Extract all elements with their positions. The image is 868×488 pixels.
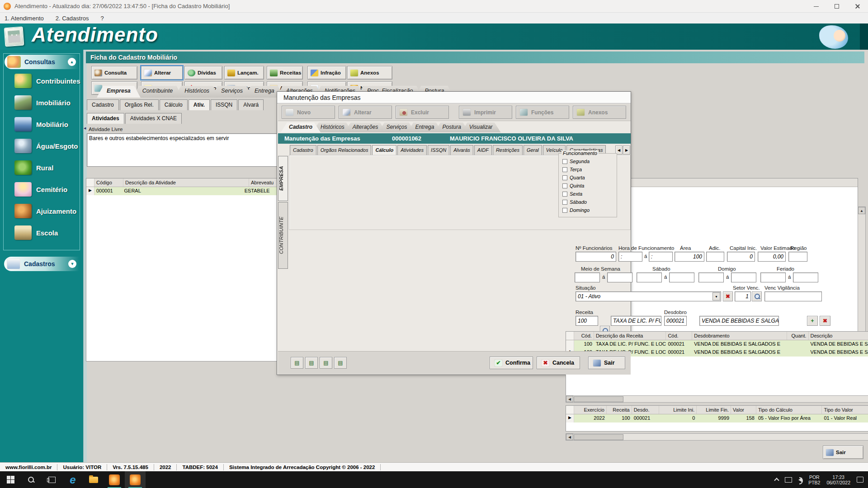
dialog-sair-button[interactable]: Sair bbox=[588, 357, 625, 369]
record-nav-button-4[interactable]: ▤ bbox=[334, 357, 347, 369]
close-button[interactable] bbox=[847, 0, 868, 13]
cancela-button[interactable]: ✖ Cancela bbox=[537, 357, 580, 369]
area-field[interactable]: 100 bbox=[675, 252, 704, 262]
app-taskbar-button-2[interactable] bbox=[125, 471, 146, 488]
menu-item[interactable]: 2. Cadastros bbox=[56, 15, 89, 22]
hora-fim-field[interactable]: : bbox=[649, 252, 673, 262]
col-quant[interactable]: Quant. bbox=[787, 332, 809, 340]
scroll-left-icon[interactable]: ◀ bbox=[566, 434, 573, 440]
main-tab[interactable]: Contribuinte bbox=[132, 86, 183, 98]
col-limite-fin[interactable]: Limite Fin. bbox=[697, 406, 731, 414]
feriado-inicio-field[interactable] bbox=[760, 272, 786, 282]
desdobro-field[interactable]: 000021 bbox=[664, 316, 687, 326]
domingo-fim-field[interactable] bbox=[731, 272, 756, 282]
receitas-grid-row[interactable]: 100 TAXA DE LIC. P/ FUNC. E LOC 000021 V… bbox=[566, 340, 868, 348]
col-limite-ini[interactable]: Limite Ini. bbox=[659, 406, 697, 414]
taskbar-search-button[interactable] bbox=[21, 471, 42, 488]
volume-icon[interactable] bbox=[798, 478, 802, 482]
activity-tab[interactable]: Atividades X CNAE bbox=[125, 113, 182, 124]
sub-tab[interactable]: Ativ. bbox=[189, 99, 210, 110]
col-desdo[interactable]: Desdo. bbox=[632, 406, 659, 414]
hora-inicio-field[interactable]: : bbox=[618, 252, 642, 262]
day-checkbox[interactable] bbox=[562, 175, 567, 180]
sidebar-item[interactable]: Imobiliário bbox=[4, 92, 80, 113]
inner-tab[interactable]: Geral bbox=[524, 145, 542, 155]
valor-estimado-field[interactable]: 0,00 bbox=[758, 252, 786, 262]
toolbar-button[interactable]: Anexos bbox=[347, 66, 392, 80]
col-valor[interactable]: Valor bbox=[731, 406, 756, 414]
sidebar-item[interactable]: Rural bbox=[4, 157, 80, 178]
dialog-tab[interactable]: Cadastro bbox=[281, 122, 321, 132]
col-descricao-atividade[interactable]: Descrição da Atividade bbox=[123, 178, 249, 187]
setor-venc-search-button[interactable] bbox=[752, 291, 762, 301]
dialog-toolbar-button[interactable]: Anexos bbox=[573, 106, 626, 119]
adic-field[interactable] bbox=[706, 252, 724, 262]
sidebar-item[interactable]: Cemitério bbox=[4, 178, 80, 200]
inner-tab[interactable]: Restrições bbox=[493, 145, 523, 155]
confirma-button[interactable]: ✔ Confirma bbox=[490, 357, 533, 369]
capital-field[interactable]: 0 bbox=[727, 252, 755, 262]
inner-tab[interactable]: Cadastro bbox=[290, 145, 316, 155]
col-exercicio[interactable]: Exercício bbox=[574, 406, 607, 414]
col-cod[interactable]: Cód. bbox=[574, 332, 594, 340]
venc-vigilancia-field[interactable] bbox=[764, 291, 822, 301]
minimize-button[interactable] bbox=[806, 0, 826, 13]
situacao-combobox[interactable]: 01 - Ativo ▾ bbox=[576, 291, 721, 301]
task-view-button[interactable] bbox=[42, 471, 62, 488]
toolbar-button[interactable]: Infração bbox=[307, 66, 346, 80]
file-explorer-button[interactable] bbox=[83, 471, 104, 488]
inner-tab[interactable]: Alvarás bbox=[450, 145, 473, 155]
record-nav-button-3[interactable]: ▤ bbox=[320, 357, 332, 369]
sidebar-item[interactable]: Mobiliário bbox=[4, 113, 80, 135]
atividades-table-row[interactable]: ▶ 000001 GERAL ESTABELE bbox=[86, 187, 282, 195]
menu-item[interactable]: ? bbox=[100, 15, 104, 22]
dialog-toolbar-button[interactable]: Excluir bbox=[396, 106, 449, 119]
meio-semana-inicio-field[interactable] bbox=[575, 272, 600, 282]
sabado-inicio-field[interactable] bbox=[637, 272, 662, 282]
col-desdobramento[interactable]: Desdobramento bbox=[692, 332, 787, 340]
scrollbar-thumb[interactable] bbox=[574, 396, 623, 402]
action-center-icon[interactable] bbox=[857, 477, 863, 483]
regiao-field[interactable] bbox=[788, 252, 807, 262]
edge-button[interactable]: e bbox=[62, 471, 83, 488]
sabado-fim-field[interactable] bbox=[669, 272, 694, 282]
situacao-clear-button[interactable]: ✖ bbox=[723, 291, 733, 301]
side-tab-contribuinte[interactable]: CONTRIBUINTE bbox=[278, 202, 288, 269]
receita-delete-button[interactable]: ✖ bbox=[820, 316, 830, 326]
chevron-down-icon[interactable]: ▼ bbox=[68, 260, 76, 268]
col-cod2[interactable]: Cód. bbox=[666, 332, 692, 340]
setor-venc-field[interactable]: 1 bbox=[735, 291, 751, 301]
scroll-left-icon[interactable]: ◀ bbox=[566, 396, 573, 402]
combo-dropdown-icon[interactable]: ▾ bbox=[712, 292, 720, 300]
scrollbar-thumb[interactable] bbox=[574, 434, 623, 440]
feriado-fim-field[interactable] bbox=[793, 272, 818, 282]
desdobro-descricao-field[interactable]: VENDA DE BEBIDAS E SALGADOS EM GER bbox=[699, 316, 779, 326]
sidebar-item[interactable]: Escola bbox=[4, 222, 80, 244]
col-codigo[interactable]: Código bbox=[94, 178, 123, 187]
inner-tabs-scroll-right[interactable]: ▶ bbox=[623, 145, 630, 155]
inner-tab[interactable]: AIDF bbox=[474, 145, 492, 155]
chevron-up-icon[interactable]: ▲ bbox=[68, 58, 76, 66]
menu-item[interactable]: 1. Atendimento bbox=[5, 15, 44, 22]
scroll-up-icon[interactable]: ▲ bbox=[858, 207, 865, 214]
receita-codigo-field[interactable]: 100 bbox=[576, 316, 598, 326]
dialog-toolbar-button[interactable]: Novo bbox=[282, 106, 335, 119]
language-indicator[interactable]: POR PTB2 bbox=[808, 474, 820, 485]
main-tab[interactable]: Empresa bbox=[97, 86, 141, 98]
activity-tab[interactable]: Atividades bbox=[87, 113, 124, 124]
sub-tab[interactable]: ISSQN bbox=[211, 99, 237, 110]
toolbar-button[interactable]: Dívidas bbox=[184, 66, 222, 80]
funcionarios-field[interactable]: 0 bbox=[576, 252, 616, 262]
toolbar-button[interactable]: Receitas bbox=[267, 66, 303, 80]
sub-tab[interactable]: Cálculo bbox=[160, 99, 188, 110]
valores-grid-row[interactable]: ▶ 2022 100 000021 0 9999 158 05 - Valor … bbox=[566, 414, 868, 422]
inner-tab[interactable]: Cálculo bbox=[372, 145, 396, 155]
dialog-toolbar-button[interactable]: Imprimir bbox=[459, 106, 512, 119]
sidebar-item[interactable]: Ajuizamento bbox=[4, 200, 80, 222]
sidebar-item[interactable]: Água/Esgoto bbox=[4, 135, 80, 157]
col-tipo-calculo[interactable]: Tipo do Cálculo bbox=[756, 406, 822, 414]
sub-tab[interactable]: Orgãos Rel. bbox=[120, 99, 159, 110]
col-descricao-receita[interactable]: Descrição da Receita bbox=[594, 332, 666, 340]
receita-descricao-field[interactable]: TAXA DE LIC. P/ FUNC. E bbox=[611, 316, 661, 326]
app-taskbar-button-1[interactable] bbox=[104, 471, 125, 488]
